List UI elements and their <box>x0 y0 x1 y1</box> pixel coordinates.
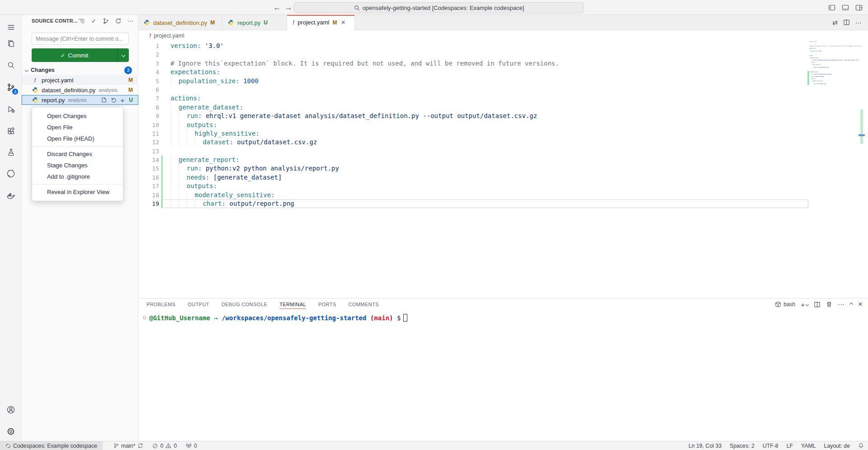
kill-terminal-icon[interactable] <box>826 301 832 308</box>
code-line-18[interactable]: 18 moderately_sensitive: <box>138 191 809 199</box>
compare-changes-icon[interactable]: ⇄ <box>832 19 838 26</box>
tab-dataset-definition[interactable]: dataset_definition.py M <box>138 15 222 30</box>
tab-dirty-badge: M <box>210 19 215 26</box>
run-and-debug-icon[interactable] <box>0 100 22 118</box>
code-line-16[interactable]: 16 needs: [generate_dataset] <box>138 173 809 182</box>
code-line-4[interactable]: 4expectations: <box>138 68 809 76</box>
menu-item-add-to-gitignore[interactable]: Add to .gitignore <box>32 171 123 182</box>
code-area[interactable]: 1version: '3.0'23# Ignore this`expectati… <box>138 41 868 298</box>
tab-terminal[interactable]: TERMINAL <box>279 298 306 310</box>
command-decoration-icon[interactable] <box>143 316 146 319</box>
keyboard-layout[interactable]: Layout: de <box>820 441 854 450</box>
encoding[interactable]: UTF-8 <box>759 441 783 450</box>
code-line-6[interactable]: 6 <box>138 85 809 94</box>
code-line-3[interactable]: 3# Ignore this`expectation` block. It is… <box>138 59 809 68</box>
code-line-15[interactable]: 15 run: python:v2 python analysis/report… <box>138 164 809 173</box>
branch-indicator[interactable]: main* <box>109 441 148 450</box>
menu-item-discard-changes[interactable]: Discard Changes <box>32 148 123 160</box>
testing-beaker-icon[interactable] <box>0 143 22 161</box>
menu-item-open-file-head[interactable]: Open File (HEAD) <box>32 133 123 144</box>
menu-icon[interactable] <box>0 18 22 36</box>
tab-comments[interactable]: COMMENTS <box>349 298 379 310</box>
tab-ports[interactable]: PORTS <box>318 298 336 310</box>
problems-indicator[interactable]: 0 0 <box>148 441 181 450</box>
refresh-icon[interactable] <box>114 17 122 25</box>
toggle-panel-icon[interactable] <box>841 3 850 12</box>
split-terminal-icon[interactable] <box>814 301 821 308</box>
stage-changes-icon[interactable]: + <box>121 96 125 104</box>
search-view-icon[interactable] <box>0 56 22 74</box>
ports-indicator[interactable]: 0 <box>181 441 202 450</box>
source-control-icon[interactable]: 3 <box>0 78 22 96</box>
git-status-badge: M <box>128 87 133 93</box>
code-line-1[interactable]: 1version: '3.0' <box>138 42 809 50</box>
code-line-5[interactable]: 5 population_size: 1000 <box>138 77 809 85</box>
code-line-19[interactable]: 19 chart: output/report.png <box>138 199 809 208</box>
code-line-12[interactable]: 12 dataset: output/dataset.csv.gz <box>138 138 809 147</box>
code-line-13[interactable]: 13 <box>138 147 809 156</box>
extensions-icon[interactable] <box>0 122 22 140</box>
code-line-2[interactable]: 2 <box>138 50 809 59</box>
terminal-view[interactable]: @GitHub_Username → /workspaces/opensafel… <box>138 310 868 441</box>
indentation[interactable]: Spaces: 2 <box>726 441 759 450</box>
ports-count: 0 <box>194 443 197 449</box>
open-file-icon[interactable] <box>101 97 107 103</box>
discard-changes-icon[interactable] <box>111 97 117 103</box>
more-actions-icon[interactable]: ⋯ <box>855 19 862 26</box>
commit-dropdown[interactable] <box>117 48 129 62</box>
close-panel-icon[interactable]: × <box>858 300 863 309</box>
code-line-17[interactable]: 17 outputs: <box>138 182 809 190</box>
commit-check-icon[interactable]: ✓ <box>90 17 98 25</box>
code-line-14[interactable]: 14 generate_report: <box>138 156 809 164</box>
view-and-sort-icon[interactable] <box>77 17 85 25</box>
status-bar: Codespaces: Example codespace main* 0 0 … <box>0 441 868 450</box>
github-icon[interactable] <box>0 165 22 183</box>
shell-selector[interactable]: bash <box>775 301 795 308</box>
menu-item-stage-changes[interactable]: Stage Changes <box>32 160 123 171</box>
tab-report-py[interactable]: report.py U <box>222 15 287 30</box>
more-actions-icon[interactable]: ⋯ <box>838 300 844 308</box>
new-terminal-icon[interactable]: + <box>801 301 808 308</box>
language-mode[interactable]: YAML <box>797 441 820 450</box>
cursor-position[interactable]: Ln 19, Col 33 <box>684 441 726 450</box>
menu-item-open-changes[interactable]: Open Changes <box>32 110 123 122</box>
commit-message-input[interactable] <box>32 33 129 45</box>
breadcrumb[interactable]: ! project.yaml <box>138 30 868 41</box>
code-line-10[interactable]: 10 outputs: <box>138 121 809 129</box>
file-row-report-py[interactable]: report.py analysis + U <box>22 95 138 105</box>
remote-indicator[interactable]: Codespaces: Example codespace <box>0 441 103 450</box>
toggle-sidebar-icon[interactable] <box>827 3 836 12</box>
code-line-7[interactable]: 7actions: <box>138 94 809 103</box>
minimap[interactable]: version: '3.0'# Ignore this`expectation`… <box>809 41 862 131</box>
maximize-panel-icon[interactable] <box>850 303 853 306</box>
close-icon[interactable]: × <box>341 19 345 26</box>
back-icon[interactable]: ← <box>272 2 283 13</box>
tab-debug-console[interactable]: DEBUG CONSOLE <box>222 298 267 310</box>
tab-project-yaml[interactable]: ! project.yaml M × <box>287 15 355 30</box>
explorer-icon[interactable] <box>0 34 22 52</box>
tab-problems[interactable]: PROBLEMS <box>146 298 175 310</box>
more-actions-icon[interactable]: ⋯ <box>126 17 134 25</box>
account-icon[interactable] <box>0 401 22 419</box>
eol-sequence[interactable]: LF <box>783 441 797 450</box>
menu-item-reveal-in-explorer[interactable]: Reveal in Explorer View <box>32 186 123 198</box>
changes-section-header[interactable]: Changes 3 <box>22 65 138 75</box>
tab-output[interactable]: OUTPUT <box>188 298 209 310</box>
menu-item-open-file[interactable]: Open File <box>32 122 123 133</box>
command-center-search[interactable]: opensafely-getting-started [Codespaces: … <box>294 2 584 13</box>
code-line-11[interactable]: 11 highly_sensitive: <box>138 129 809 138</box>
notifications-bell-icon[interactable] <box>854 441 868 450</box>
create-branch-icon[interactable] <box>102 17 110 25</box>
prompt-dollar: $ <box>397 314 401 322</box>
file-name: dataset_definition.py <box>42 87 95 94</box>
commit-button[interactable]: ✓Commit <box>32 48 129 62</box>
docker-icon[interactable] <box>0 187 22 205</box>
customize-layout-icon[interactable] <box>854 3 863 12</box>
forward-icon[interactable]: → <box>283 2 294 13</box>
split-editor-icon[interactable] <box>843 19 850 26</box>
settings-gear-icon[interactable] <box>0 422 22 441</box>
file-row-dataset-definition[interactable]: dataset_definition.py analysis M <box>22 85 138 95</box>
file-row-project-yaml[interactable]: ! project.yaml M <box>22 75 138 85</box>
code-line-9[interactable]: 9 run: ehrql:v1 generate-dataset analysi… <box>138 112 809 120</box>
code-line-8[interactable]: 8 generate_dataset: <box>138 103 809 112</box>
